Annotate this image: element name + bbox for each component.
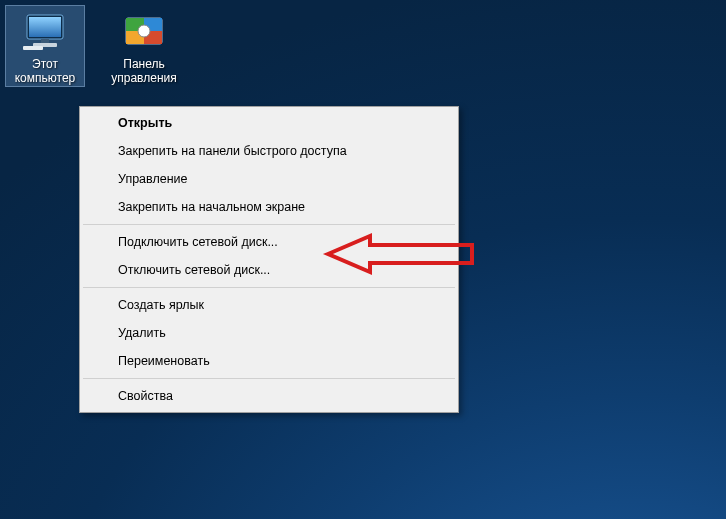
menu-separator bbox=[83, 378, 455, 379]
menu-item-properties[interactable]: Свойства bbox=[82, 382, 456, 410]
desktop-icon-control-panel[interactable]: Панель управления bbox=[105, 6, 183, 86]
desktop-icon-label: Этот компьютер bbox=[6, 56, 84, 86]
control-panel-icon bbox=[120, 12, 168, 52]
menu-item-create-shortcut[interactable]: Создать ярлык bbox=[82, 291, 456, 319]
desktop-icon-label: Панель управления bbox=[105, 56, 183, 86]
menu-item-map-network-drive[interactable]: Подключить сетевой диск... bbox=[82, 228, 456, 256]
menu-item-pin-quick-access[interactable]: Закрепить на панели быстрого доступа bbox=[82, 137, 456, 165]
menu-item-pin-start[interactable]: Закрепить на начальном экране bbox=[82, 193, 456, 221]
menu-separator bbox=[83, 224, 455, 225]
menu-separator bbox=[83, 287, 455, 288]
menu-item-open[interactable]: Открыть bbox=[82, 109, 456, 137]
menu-item-rename[interactable]: Переименовать bbox=[82, 347, 456, 375]
svg-rect-4 bbox=[23, 46, 43, 50]
menu-item-manage[interactable]: Управление bbox=[82, 165, 456, 193]
desktop-icon-this-pc[interactable]: Этот компьютер bbox=[6, 6, 84, 86]
svg-rect-2 bbox=[41, 39, 49, 43]
this-pc-icon bbox=[21, 12, 69, 52]
menu-item-disconnect-network-drive[interactable]: Отключить сетевой диск... bbox=[82, 256, 456, 284]
svg-point-10 bbox=[138, 25, 150, 37]
menu-item-delete[interactable]: Удалить bbox=[82, 319, 456, 347]
svg-rect-1 bbox=[29, 17, 61, 37]
context-menu: Открыть Закрепить на панели быстрого дос… bbox=[79, 106, 459, 413]
